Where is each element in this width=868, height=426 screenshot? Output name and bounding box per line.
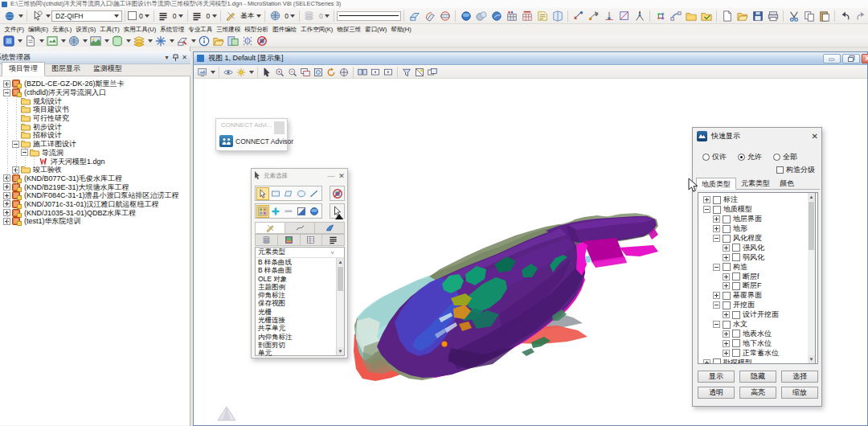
database-icon[interactable]	[112, 35, 123, 47]
dropdown-arrow-icon[interactable]	[255, 10, 262, 21]
quick-display-tree-row[interactable]: 弱风化	[698, 252, 817, 262]
radio-1[interactable]: 允许	[738, 152, 762, 162]
solid2-icon[interactable]	[424, 10, 436, 22]
clip-mask-icon[interactable]	[415, 68, 424, 77]
tree-row[interactable]: 招标设计	[0, 131, 190, 140]
checkbox-icon[interactable]	[713, 196, 721, 204]
element-template-icon[interactable]	[32, 10, 43, 21]
collapse-arrow-icon[interactable]	[335, 214, 343, 219]
quick-display-tree-row[interactable]: 强风化	[698, 243, 817, 252]
line-style-preview[interactable]	[337, 11, 401, 21]
tree-row[interactable]: (KND/B077C-31)毛俊水库工程	[0, 174, 190, 183]
models-icon[interactable]	[3, 35, 14, 47]
select-a-icon[interactable]	[262, 68, 272, 77]
selection-minimize-icon[interactable]: —	[326, 172, 336, 180]
scroll-up-icon[interactable]: ▲	[337, 258, 344, 266]
element-type-item[interactable]: B 样条曲面	[256, 266, 337, 274]
expand-icon[interactable]	[703, 359, 710, 364]
checkbox-icon[interactable]	[713, 206, 721, 214]
quick-display-tree-row[interactable]: 水文	[698, 320, 817, 330]
selection-tab-picture[interactable]	[278, 234, 301, 246]
undo-icon[interactable]	[840, 10, 851, 22]
tree-row[interactable]: (BZDL-CE-GZ-DK-26)斯里兰卡	[0, 80, 190, 88]
checkbox-icon[interactable]	[732, 330, 740, 338]
info-icon[interactable]	[199, 35, 210, 47]
tree-row[interactable]: 竣工验收	[0, 166, 190, 174]
folder-icon[interactable]	[686, 10, 697, 22]
locks-icon[interactable]	[177, 35, 188, 47]
pin-icon[interactable]	[171, 53, 180, 63]
view-next-icon[interactable]	[383, 68, 393, 77]
measure5-icon[interactable]	[634, 10, 645, 22]
menu-item-4[interactable]: 工具(T)	[98, 24, 122, 35]
quick-display-button-隐藏[interactable]: 隐藏	[739, 371, 776, 383]
dropdown-arrow-icon[interactable]	[248, 67, 255, 77]
collapse-icon[interactable]	[713, 301, 720, 309]
quick-display-button-显示[interactable]: 显示	[698, 371, 735, 383]
explorer-tab-1[interactable]: 图层显示	[45, 63, 87, 76]
expand-icon[interactable]	[723, 350, 730, 357]
expand-icon[interactable]	[723, 311, 730, 318]
quick-display-tree-row[interactable]: 地层界面	[698, 215, 817, 224]
sun-icon[interactable]	[236, 68, 246, 77]
scroll-down-icon[interactable]: ▼	[808, 355, 815, 363]
checkbox-icon[interactable]	[723, 321, 731, 329]
paste-icon[interactable]	[819, 10, 830, 22]
element-class-icon[interactable]	[226, 10, 236, 21]
expand-icon[interactable]	[723, 244, 730, 252]
element-type-list-header[interactable]: 元素类型 ˅	[256, 248, 344, 258]
raster-icon[interactable]	[47, 35, 58, 47]
scroll-thumb[interactable]	[809, 202, 814, 250]
connect-advisor-label[interactable]: CONNECT Advisor	[235, 137, 293, 145]
sphere2-icon[interactable]	[476, 10, 487, 22]
palette-grip[interactable]	[274, 121, 285, 134]
zoom-in-icon[interactable]	[275, 68, 285, 77]
view-prev-icon[interactable]	[371, 68, 380, 77]
quick-display-tree-row[interactable]: 地形	[698, 224, 817, 234]
tree-row[interactable]: (KND/J071c-31-01)汉江雅口航运枢纽工程	[0, 200, 190, 209]
checkbox-icon[interactable]	[732, 349, 740, 357]
selection-invert-button[interactable]	[295, 205, 308, 218]
note-icon[interactable]	[537, 10, 548, 22]
printer-icon[interactable]	[768, 10, 779, 22]
menu-item-2[interactable]: 元素(L)	[51, 24, 74, 35]
quick-display-button-缩放[interactable]: 缩放	[781, 387, 818, 399]
noentry-icon[interactable]	[256, 35, 268, 47]
priority-icon[interactable]	[304, 10, 314, 21]
collapse-icon[interactable]	[713, 235, 720, 242]
line-weight-icon[interactable]	[192, 11, 202, 21]
checkbox-icon[interactable]	[723, 301, 731, 309]
menu-item-7[interactable]: 专业工具	[186, 24, 215, 35]
dropdown-arrow-icon[interactable]	[17, 10, 24, 21]
view-close-button[interactable]	[862, 54, 868, 63]
view-title-bar[interactable]: 视图 1, Default [显示集]	[194, 52, 867, 65]
menu-item-13[interactable]: 窗口(W)	[363, 24, 389, 35]
dropdown-arrow-icon[interactable]	[125, 36, 132, 47]
checkbox-icon[interactable]	[723, 215, 731, 223]
dropdown-arrow-icon[interactable]	[178, 10, 185, 21]
radio-0[interactable]: 仅许	[702, 152, 727, 162]
cellgrid-icon[interactable]	[506, 10, 518, 22]
checkbox-icon[interactable]	[732, 311, 740, 319]
expand-icon[interactable]	[713, 215, 720, 223]
measure4-icon[interactable]	[619, 10, 630, 22]
menu-item-10[interactable]: 图件编绘	[271, 24, 299, 35]
tree-row[interactable]: (cthdld)涔天河导流洞入口	[0, 88, 190, 97]
dropdown-arrow-icon[interactable]	[190, 36, 197, 47]
note2-icon[interactable]	[552, 10, 563, 22]
selection-tab-lines[interactable]	[322, 234, 345, 246]
checkbox-icon[interactable]	[732, 272, 740, 281]
element-type-item[interactable]: 单元	[256, 349, 337, 357]
quick-display-tree-row[interactable]: 标注	[698, 195, 817, 205]
quick-display-title-bar[interactable]: 快速显示 ✕	[693, 128, 821, 144]
checkbox-icon[interactable]	[723, 263, 731, 271]
selection-rect-button[interactable]	[269, 187, 282, 200]
expand-icon[interactable]	[723, 330, 730, 338]
link2-icon[interactable]	[670, 10, 682, 22]
quick-display-tab-2[interactable]: 颜色	[775, 178, 799, 189]
dropdown-arrow-icon[interactable]	[289, 10, 297, 21]
view-restore-button[interactable]	[842, 54, 860, 63]
line-style-icon[interactable]	[158, 11, 168, 21]
quick-display-tree-row[interactable]: 开挖面	[698, 301, 817, 310]
connect-advisor-icon[interactable]	[219, 135, 233, 147]
